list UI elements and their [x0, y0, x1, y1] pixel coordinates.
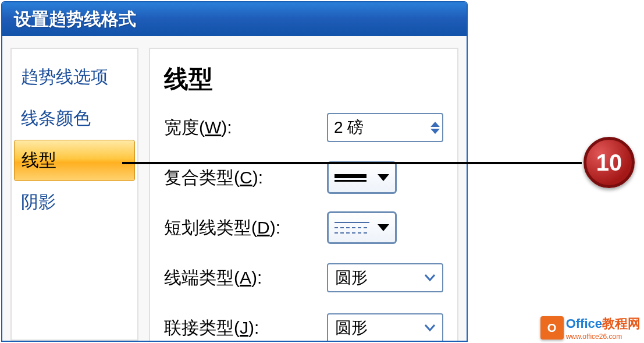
sidebar-item-label: 线条颜色	[21, 108, 91, 128]
dash-preview-icon	[335, 220, 378, 236]
compound-type-row: 复合类型(C):	[164, 162, 443, 193]
cap-type-select[interactable]: 圆形	[327, 263, 443, 292]
chevron-down-icon	[421, 269, 439, 287]
sidebar-item-trendline-options[interactable]: 趋势线选项	[14, 57, 135, 97]
dialog-title: 设置趋势线格式	[14, 8, 136, 31]
spin-up-icon[interactable]	[430, 122, 440, 127]
compound-type-dropdown[interactable]	[327, 161, 397, 194]
join-type-value: 圆形	[335, 317, 421, 339]
annotation-line	[122, 162, 582, 164]
chevron-down-icon	[378, 174, 389, 181]
width-value: 2 磅	[334, 116, 430, 139]
dash-type-dropdown[interactable]	[327, 211, 397, 244]
chevron-down-icon	[421, 319, 439, 337]
join-type-row: 联接类型(J): 圆形	[164, 312, 443, 342]
sidebar-item-label: 线型	[22, 150, 56, 169]
sidebar-item-label: 阴影	[21, 192, 56, 211]
annotation-badge: 10	[583, 137, 635, 188]
dialog-titlebar[interactable]: 设置趋势线格式	[2, 2, 467, 36]
spin-down-icon[interactable]	[430, 129, 440, 134]
spinner-buttons	[430, 122, 440, 134]
width-spinner[interactable]: 2 磅	[327, 113, 443, 142]
compound-type-label: 复合类型(C):	[164, 166, 327, 190]
cap-type-value: 圆形	[335, 267, 421, 289]
watermark: O Office教程网 www.office26.com	[540, 315, 641, 341]
dash-type-row: 短划线类型(D):	[164, 212, 443, 243]
sidebar-item-line-style[interactable]: 线型	[14, 140, 135, 181]
watermark-logo-icon: O	[540, 316, 564, 340]
sidebar-item-shadow[interactable]: 阴影	[14, 182, 135, 222]
width-label: 宽度(W):	[164, 116, 327, 140]
cap-type-row: 线端类型(A): 圆形	[164, 262, 443, 294]
sidebar-item-label: 趋势线选项	[21, 67, 108, 86]
join-type-label: 联接类型(J):	[164, 316, 327, 340]
sidebar-item-line-color[interactable]: 线条颜色	[14, 98, 135, 139]
options-sidebar: 趋势线选项 线条颜色 线型 阴影	[10, 48, 138, 341]
annotation-number: 10	[596, 150, 622, 176]
dash-type-label: 短划线类型(D):	[164, 216, 327, 240]
watermark-url: www.office26.com	[566, 333, 641, 341]
join-type-select[interactable]: 圆形	[327, 313, 443, 342]
cap-type-label: 线端类型(A):	[164, 266, 327, 290]
watermark-text: Office教程网 www.office26.com	[566, 315, 641, 341]
format-trendline-dialog: 设置趋势线格式 趋势线选项 线条颜色 线型 阴影 线型 宽度(W):	[1, 1, 468, 342]
line-style-panel: 线型 宽度(W): 2 磅 复合类型(C):	[149, 48, 458, 341]
chevron-down-icon	[378, 224, 389, 231]
compound-preview-icon	[335, 169, 378, 186]
width-row: 宽度(W): 2 磅	[164, 112, 443, 143]
section-title: 线型	[164, 63, 443, 96]
dialog-body: 趋势线选项 线条颜色 线型 阴影 线型 宽度(W): 2 磅	[2, 36, 467, 341]
